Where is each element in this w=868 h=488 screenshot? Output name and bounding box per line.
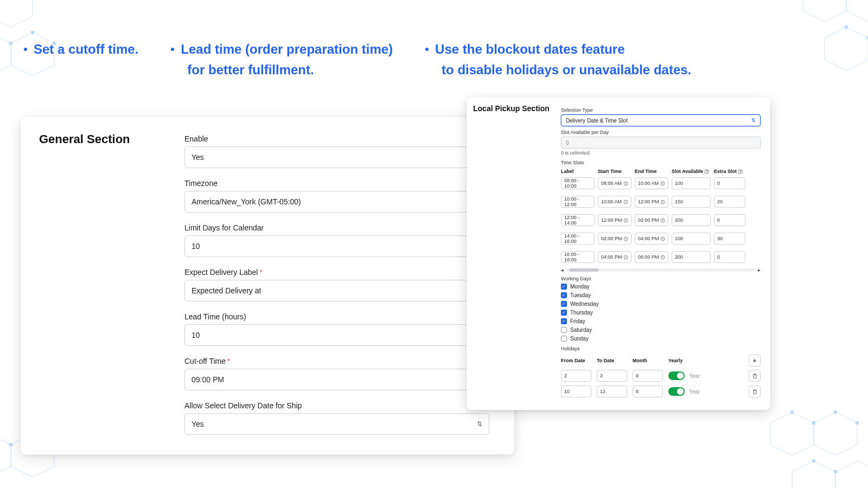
yearly-toggle[interactable] (668, 371, 685, 380)
headline-text-line2: for better fulfillment. (171, 62, 314, 77)
holidays-label: Holidays (561, 346, 761, 351)
input-value: 10 (192, 242, 200, 251)
input-value: 12 (600, 389, 605, 394)
slot-available-input[interactable]: 150 (672, 196, 711, 208)
slot-start-input[interactable]: 10:00 AM (598, 196, 631, 208)
lead-time-input[interactable]: 10 (184, 324, 489, 346)
field-label: Timezone (184, 179, 489, 188)
holiday-to-input[interactable]: 2 (597, 370, 627, 382)
input-value: 10:00 AM (601, 199, 622, 204)
field-limit-days: Limit Days for Calendar 10 (184, 223, 489, 257)
allow-select-ship-select[interactable]: Yes ⇅ (184, 413, 489, 435)
input-value: 200 (675, 254, 683, 260)
slot-start-input[interactable]: 12:00 PM (598, 214, 631, 226)
input-value: 100 (675, 181, 683, 186)
timezone-select[interactable]: America/New_York (GMT-05:00) ⇅ (184, 191, 489, 213)
slot-label-input[interactable]: 14:00 - 16:00 (561, 233, 595, 245)
th-text: Extra Slot (714, 169, 737, 174)
day-checkbox[interactable]: ✓ (561, 318, 567, 324)
col-header-avail: Slot Available? (672, 169, 711, 174)
field-expect-delivery-label: Expect Delivery Label* Expected Delivery… (184, 268, 489, 301)
delete-holiday-button[interactable] (749, 386, 761, 397)
label-text: Cut-off Time (184, 357, 226, 365)
required-asterisk-icon: * (227, 357, 230, 365)
field-label: Selection Type (561, 107, 761, 113)
day-checkbox[interactable] (561, 327, 567, 333)
yearly-toggle[interactable] (668, 387, 685, 396)
field-label: Enable (184, 134, 489, 143)
timeslots-label: Time Slots (561, 160, 761, 165)
help-icon[interactable]: ? (738, 169, 743, 174)
scrollbar-track[interactable] (566, 268, 756, 272)
selection-type-select[interactable]: Delivery Date & Time Slot ⇅ (561, 114, 761, 126)
field-label: Allow Select Delivery Date for Ship (184, 401, 489, 410)
slot-extra-input[interactable]: 30 (714, 233, 745, 245)
slot-extra-input[interactable]: 0 (714, 214, 745, 226)
slot-extra-input[interactable]: 20 (714, 196, 745, 208)
slot-label-input[interactable]: 12:00 - 14:00 (561, 214, 595, 226)
delete-holiday-button[interactable] (749, 370, 761, 382)
slot-extra-input[interactable]: 0 (714, 251, 745, 263)
slot-start-input[interactable]: 02:00 PM (598, 233, 631, 245)
holiday-to-input[interactable]: 12 (597, 386, 627, 397)
slot-available-per-day-input[interactable]: 0 (561, 137, 761, 149)
day-checkbox[interactable]: ✓ (561, 292, 567, 298)
slot-label-input[interactable]: 08:00 - 10:00 (561, 177, 595, 189)
day-checkbox[interactable] (561, 336, 567, 342)
cutoff-time-input[interactable]: 09:00 PM (184, 369, 489, 390)
slot-extra-input[interactable]: 0 (714, 177, 745, 189)
day-label: Thursday (570, 310, 593, 316)
chevron-left-icon[interactable]: ◂ (561, 267, 564, 273)
slot-label-input[interactable]: 10:00 - 12:00 (561, 196, 595, 208)
slot-available-input[interactable]: 100 (672, 177, 711, 189)
slot-end-input[interactable]: 04:00 PM (635, 233, 668, 245)
svg-point-6 (9, 42, 12, 45)
slot-available-input[interactable]: 100 (672, 233, 711, 245)
clock-icon (660, 200, 665, 204)
day-label: Wednesday (570, 301, 599, 307)
general-section-card: General Section Enable Yes ⇅ Timezone Am… (21, 117, 514, 454)
enable-select[interactable]: Yes ⇅ (184, 146, 489, 168)
holiday-from-input[interactable]: 10 (561, 386, 591, 397)
day-checkbox[interactable]: ✓ (561, 301, 567, 307)
chevron-right-icon[interactable]: ▸ (758, 267, 761, 273)
expect-delivery-input[interactable]: Expected Delivery at (184, 280, 489, 301)
col-header-extra: Extra Slot? (714, 169, 745, 174)
field-enable: Enable Yes ⇅ (184, 134, 489, 168)
slot-end-input[interactable]: 02:00 PM (635, 214, 668, 226)
input-value: 04:00 PM (601, 254, 622, 260)
input-value: 08:00 AM (601, 181, 622, 186)
slot-label-input[interactable]: 16:00 - 18:00 (561, 251, 595, 263)
limit-days-input[interactable]: 10 (184, 235, 489, 257)
slot-end-input[interactable]: 12:00 PM (635, 196, 668, 208)
day-label: Monday (570, 284, 590, 290)
input-value: 10 (192, 331, 200, 339)
clock-icon (623, 218, 628, 223)
headline-cutoff: Set a cutoff time. (24, 39, 138, 81)
add-holiday-button[interactable]: + (749, 355, 761, 367)
slot-available-input[interactable]: 200 (672, 251, 711, 263)
slot-end-input[interactable]: 06:00 PM (635, 251, 668, 263)
day-checkbox[interactable]: ✓ (561, 310, 567, 316)
svg-marker-9 (803, 0, 846, 22)
slot-end-input[interactable]: 10:00 AM (635, 177, 668, 189)
svg-point-30 (812, 459, 815, 463)
svg-point-26 (790, 410, 794, 414)
slot-available-input[interactable]: 200 (672, 214, 711, 226)
input-value: 02:00 PM (638, 217, 659, 223)
holiday-month-input[interactable]: 8 (633, 386, 663, 397)
slot-start-input[interactable]: 04:00 PM (598, 251, 631, 263)
holiday-from-input[interactable]: 2 (561, 370, 591, 382)
col-header-end: End Time (635, 169, 668, 174)
svg-marker-0 (0, 0, 33, 27)
day-checkbox[interactable]: ✓ (561, 284, 567, 290)
horizontal-scrollbar[interactable]: ◂ ▸ (561, 267, 761, 273)
working-days-label: Working Days (561, 276, 761, 281)
input-value: 12:00 - 14:00 (564, 215, 591, 226)
svg-point-20 (9, 443, 12, 446)
help-icon[interactable]: ? (704, 169, 709, 174)
holiday-month-input[interactable]: 9 (633, 370, 663, 382)
slot-start-input[interactable]: 08:00 AM (598, 177, 631, 189)
trash-icon (752, 389, 758, 395)
input-value: 2 (564, 373, 567, 378)
